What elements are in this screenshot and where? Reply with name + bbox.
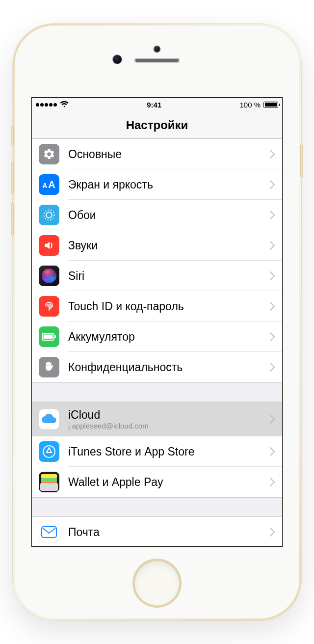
row-label: Обои xyxy=(68,209,270,221)
proximity-sensor xyxy=(113,55,122,64)
chevron-right-icon xyxy=(270,302,275,311)
row-touchid[interactable]: Touch ID и код-пароль xyxy=(32,291,282,322)
chevron-right-icon xyxy=(270,180,275,189)
speaker-icon xyxy=(39,235,59,256)
screen: 9:41 100 % Настройки Основные xyxy=(31,97,283,547)
row-label: Звуки xyxy=(68,239,270,252)
page-title: Настройки xyxy=(126,118,188,132)
row-icloud[interactable]: iCloud j.appleseed@icloud.com xyxy=(32,402,282,436)
battery-icon xyxy=(39,326,59,347)
chevron-right-icon xyxy=(270,478,275,486)
wallpaper-icon xyxy=(39,205,59,225)
row-siri[interactable]: Siri xyxy=(32,261,282,291)
wifi-icon xyxy=(60,101,69,109)
hand-icon xyxy=(39,357,59,377)
row-wallet[interactable]: Wallet и Apple Pay xyxy=(32,467,282,497)
row-label: Аккумулятор xyxy=(68,330,270,343)
svg-point-0 xyxy=(46,212,52,218)
siri-icon xyxy=(39,266,59,286)
battery-icon xyxy=(263,102,278,108)
row-privacy[interactable]: Конфиденциальность xyxy=(32,352,282,382)
wallet-icon xyxy=(39,472,59,492)
chevron-right-icon xyxy=(270,447,275,456)
signal-dots-icon xyxy=(36,103,57,107)
volume-up-button xyxy=(11,161,14,194)
chevron-right-icon xyxy=(270,241,275,250)
appstore-icon xyxy=(39,441,59,462)
group-separator xyxy=(32,497,282,517)
chevron-right-icon xyxy=(270,528,275,537)
mail-icon xyxy=(39,522,59,542)
gear-icon xyxy=(39,144,59,164)
earpiece xyxy=(134,58,180,63)
stage: 9:41 100 % Настройки Основные xyxy=(0,0,314,644)
chevron-right-icon xyxy=(270,150,275,159)
row-label: Почта xyxy=(68,526,270,538)
display-icon: AA xyxy=(39,174,59,195)
row-label: Siri xyxy=(68,269,270,282)
status-bar: 9:41 100 % xyxy=(32,98,282,111)
cloud-icon xyxy=(39,409,59,429)
chevron-right-icon xyxy=(270,271,275,280)
group-separator xyxy=(32,382,282,402)
row-battery[interactable]: Аккумулятор xyxy=(32,322,282,352)
row-itunes[interactable]: iTunes Store и App Store xyxy=(32,436,282,467)
chevron-right-icon xyxy=(270,363,275,372)
row-mail[interactable]: Почта xyxy=(32,517,282,547)
phone-body: 9:41 100 % Настройки Основные xyxy=(13,24,301,620)
svg-rect-4 xyxy=(55,335,56,338)
chevron-right-icon xyxy=(270,415,275,424)
row-label: Основные xyxy=(68,148,270,161)
row-label: Экран и яркость xyxy=(68,178,270,191)
row-wallpaper[interactable]: Обои xyxy=(32,200,282,230)
volume-down-button xyxy=(11,202,14,236)
svg-rect-3 xyxy=(44,335,53,339)
row-sublabel: j.appleseed@icloud.com xyxy=(68,422,270,430)
row-label: iCloud xyxy=(68,408,270,421)
row-general[interactable]: Основные xyxy=(32,139,282,169)
chevron-right-icon xyxy=(270,211,275,219)
row-label: iTunes Store и App Store xyxy=(68,445,270,458)
row-label: Touch ID и код-пароль xyxy=(68,300,270,313)
status-clock: 9:41 xyxy=(69,101,239,109)
row-sounds[interactable]: Звуки xyxy=(32,230,282,261)
status-right: 100 % xyxy=(239,101,278,109)
svg-point-1 xyxy=(44,210,54,220)
status-left xyxy=(36,101,69,109)
settings-list[interactable]: Основные AA Экран и яркость xyxy=(32,139,282,547)
svg-rect-6 xyxy=(42,527,56,537)
chevron-right-icon xyxy=(270,332,275,341)
power-button xyxy=(300,144,303,178)
front-camera xyxy=(154,46,160,53)
fingerprint-icon xyxy=(39,296,59,317)
row-label: Wallet и Apple Pay xyxy=(68,476,270,488)
battery-percentage: 100 % xyxy=(239,101,261,109)
row-display[interactable]: AA Экран и яркость xyxy=(32,169,282,200)
nav-bar: Настройки xyxy=(32,111,282,139)
phone-bezel: 9:41 100 % Настройки Основные xyxy=(15,26,299,618)
row-label: Конфиденциальность xyxy=(68,361,270,374)
home-button[interactable] xyxy=(134,561,180,606)
mute-switch xyxy=(11,126,14,145)
